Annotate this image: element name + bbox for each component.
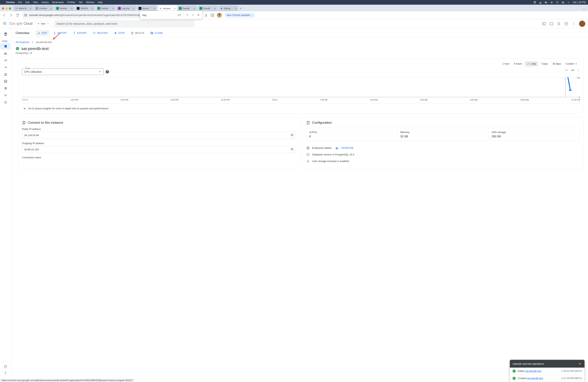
nav-backups[interactable]	[2, 85, 10, 91]
restart-button[interactable]: RESTART	[90, 30, 110, 36]
menu-tab[interactable]: Tab	[79, 1, 83, 4]
download-icon[interactable]	[204, 13, 208, 17]
browser-tab[interactable]: Peerdb×	[55, 5, 74, 11]
search-icon[interactable]	[556, 1, 559, 4]
nav-menu-icon[interactable]	[3, 21, 7, 26]
copy-icon[interactable]	[291, 133, 294, 137]
time-tab-30d[interactable]: 30 days	[551, 61, 563, 66]
browser-tab[interactable]: Peerdb×	[177, 5, 197, 11]
query-insights-link[interactable]: Go to Query insights for more in-depth i…	[22, 104, 580, 113]
bell-icon[interactable]	[557, 22, 561, 26]
toast-link[interactable]: sai-peerdb-test	[527, 377, 543, 380]
tray-icon[interactable]	[539, 1, 542, 4]
toast-header[interactable]: Uploads and test operations	[510, 360, 585, 368]
close-icon[interactable]: ×	[214, 7, 216, 10]
control-center-icon[interactable]	[562, 1, 565, 4]
browser-tab[interactable]: MInbox (5×	[13, 5, 33, 11]
more-icon[interactable]	[572, 22, 576, 26]
find-close-icon[interactable]	[197, 13, 200, 17]
stop-button[interactable]: STOP	[112, 30, 127, 36]
more-icon[interactable]	[577, 68, 580, 72]
expand-icon[interactable]	[4, 371, 7, 375]
nav-monitoring[interactable]	[2, 50, 10, 56]
nav-replicas[interactable]	[2, 92, 10, 98]
nav-connections[interactable]	[2, 64, 10, 70]
panel-icon[interactable]	[210, 13, 214, 17]
find-query[interactable]: flag	[142, 14, 147, 17]
menu-view[interactable]: View	[33, 1, 38, 4]
browser-tab-active[interactable]: ⧉sai-peer×	[158, 5, 177, 11]
profile-avatar[interactable]	[217, 13, 222, 18]
project-selector[interactable]: test	[35, 21, 51, 26]
import-button[interactable]: IMPORT	[51, 30, 69, 36]
menu-profiles[interactable]: Profiles	[67, 1, 75, 4]
browser-tab[interactable]: Peerdb×	[96, 5, 115, 11]
time-tab-1d[interactable]: 1 day	[525, 61, 538, 66]
close-icon[interactable]: ×	[153, 7, 155, 10]
chart-metric-selector[interactable]: Chart CPU utilization	[22, 68, 104, 75]
close-icon[interactable]: ×	[235, 7, 236, 10]
gcp-avatar[interactable]	[579, 21, 585, 27]
close-icon[interactable]: ×	[92, 7, 93, 10]
find-prev-icon[interactable]	[186, 13, 189, 17]
tray-icon[interactable]	[533, 1, 536, 4]
menu-help[interactable]: Help	[98, 1, 103, 4]
browser-tab[interactable]: Peerdb×	[198, 5, 217, 11]
google-cloud-logo[interactable]: GoogleCloud	[9, 21, 32, 26]
site-settings-icon[interactable]	[24, 14, 27, 17]
browser-tab[interactable]: Log Exp×	[116, 5, 136, 11]
browser-tab[interactable]: 𝕏Home /×	[137, 5, 157, 11]
terminal-icon[interactable]	[549, 22, 553, 26]
cloud-shell-icon[interactable]	[542, 22, 546, 26]
copy-icon[interactable]	[291, 148, 294, 151]
close-icon[interactable]: ×	[133, 7, 134, 10]
edit-button[interactable]: EDIT	[35, 30, 50, 36]
nav-operations[interactable]	[2, 99, 10, 106]
upgrade-link[interactable]: UPGRADE	[341, 147, 354, 149]
close-icon[interactable]: ×	[174, 7, 176, 10]
time-tab-6h[interactable]: 6 hours	[512, 61, 524, 66]
chrome-update-chip[interactable]: New Chrome available⋮	[225, 13, 255, 18]
help-icon[interactable]	[564, 22, 568, 26]
close-icon[interactable]: ×	[30, 7, 31, 10]
menu-bookmarks[interactable]: Bookmarks	[52, 1, 64, 4]
new-tab-button[interactable]: +	[238, 7, 243, 10]
browser-tab[interactable]: DAIS24×	[75, 5, 95, 11]
nav-users[interactable]	[2, 71, 10, 77]
siri-icon[interactable]	[567, 1, 570, 4]
reload-button[interactable]	[15, 13, 20, 17]
nav-insights[interactable]	[2, 57, 10, 64]
export-button[interactable]: EXPORT	[70, 30, 89, 36]
wifi-icon[interactable]	[550, 1, 553, 4]
close-icon[interactable]: ×	[71, 7, 73, 10]
browser-tab[interactable]: ◆Editing×	[219, 5, 238, 11]
tab-overflow-button[interactable]: ⌄	[582, 7, 586, 10]
time-tab-7d[interactable]: 7 days	[539, 61, 550, 66]
close-icon[interactable]: ×	[194, 7, 195, 10]
forward-button[interactable]	[9, 13, 13, 17]
menu-edit[interactable]: Edit	[25, 1, 30, 4]
delete-button[interactable]: DELETE	[128, 30, 147, 36]
gcp-search[interactable]: Search (/) for resources, docs, products…	[54, 21, 194, 27]
notes-icon[interactable]	[4, 365, 7, 368]
chart-expand-icon[interactable]	[571, 68, 574, 72]
toast-link[interactable]: sai-peerdb-test	[525, 370, 541, 372]
chevron-down-icon[interactable]	[578, 362, 582, 366]
help-icon[interactable]: ?	[105, 70, 109, 74]
close-icon[interactable]: ×	[50, 7, 52, 10]
back-button[interactable]	[2, 13, 7, 17]
menu-window[interactable]: Window	[86, 1, 94, 4]
clock[interactable]: Sat 1:28 PM	[573, 1, 586, 4]
menu-file[interactable]: File	[18, 1, 22, 4]
close-icon[interactable]: ×	[112, 7, 114, 10]
battery-icon[interactable]	[545, 1, 547, 4]
menu-history[interactable]: History	[42, 1, 49, 4]
chart-legend-icon[interactable]	[565, 68, 568, 72]
time-tab-custom[interactable]: Custom	[564, 61, 580, 66]
time-tab-1h[interactable]: 1 hour	[501, 61, 511, 66]
menubar-app[interactable]: Chrome	[6, 1, 15, 4]
nav-databases[interactable]	[2, 78, 10, 85]
window-controls[interactable]	[2, 7, 11, 10]
clone-button[interactable]: CLONE	[148, 30, 165, 36]
nav-overview[interactable]	[0, 43, 10, 49]
